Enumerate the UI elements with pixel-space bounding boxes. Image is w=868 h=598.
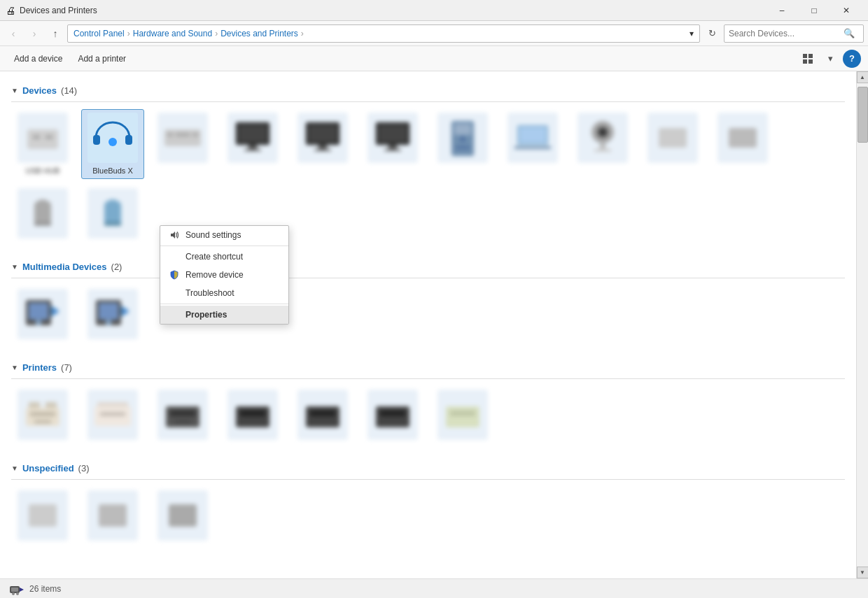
- context-menu-item-sound-settings[interactable]: Sound settings: [160, 226, 288, 244]
- sound-settings-label: Sound settings: [186, 230, 241, 240]
- list-item[interactable]: [81, 285, 144, 346]
- list-item[interactable]: [361, 109, 424, 179]
- printer-icon-7: [438, 390, 488, 440]
- svg-rect-69: [29, 504, 57, 527]
- add-device-button[interactable]: Add a device: [7, 51, 69, 66]
- add-printer-button[interactable]: Add a printer: [71, 51, 133, 66]
- svg-rect-36: [600, 143, 606, 149]
- svg-rect-37: [594, 149, 611, 152]
- svg-rect-43: [29, 303, 48, 320]
- printers-section-header[interactable]: ▼ Printers (7): [11, 362, 845, 373]
- multimedia-chevron: ▼: [11, 263, 18, 271]
- list-item[interactable]: [291, 109, 354, 179]
- content-area: ▼ Devices (14) USB HUB: [0, 71, 856, 578]
- unspecified-label: Unspecified: [22, 463, 74, 474]
- path-hardware-sound[interactable]: Hardware and Sound: [133, 29, 212, 38]
- list-item[interactable]: [81, 185, 144, 245]
- svg-point-76: [16, 592, 19, 595]
- svg-rect-5: [33, 135, 40, 139]
- devices-section-header[interactable]: ▼ Devices (14): [11, 85, 845, 96]
- unspecified-chevron: ▼: [11, 464, 18, 472]
- svg-rect-54: [34, 420, 51, 423]
- list-item[interactable]: [641, 109, 704, 179]
- list-item[interactable]: [361, 386, 424, 446]
- scroll-down-arrow[interactable]: ▼: [857, 567, 869, 578]
- svg-rect-68: [450, 411, 475, 416]
- properties-label: Properties: [186, 310, 227, 320]
- svg-rect-64: [310, 411, 335, 416]
- forward-button[interactable]: ›: [25, 24, 43, 43]
- speaker-icon: [169, 229, 180, 241]
- device-icon-d11: [18, 188, 68, 239]
- svg-rect-4: [27, 129, 58, 149]
- view-dropdown-button[interactable]: ▾: [820, 50, 840, 68]
- list-item[interactable]: [711, 109, 774, 179]
- path-control-panel[interactable]: Control Panel: [74, 29, 125, 38]
- context-menu-item-troubleshoot[interactable]: Troubleshoot: [160, 284, 288, 302]
- list-item[interactable]: [501, 109, 564, 179]
- list-item[interactable]: [151, 487, 214, 547]
- svg-rect-12: [176, 133, 190, 136]
- printer-icon-6: [368, 390, 418, 440]
- ctx-separator-2: [160, 304, 288, 304]
- scroll-up-arrow[interactable]: ▲: [857, 71, 869, 83]
- list-item[interactable]: [431, 109, 494, 179]
- address-bar: ‹ › ↑ Control Panel › Hardware and Sound…: [0, 21, 868, 46]
- scroll-thumb[interactable]: [858, 87, 868, 143]
- list-item[interactable]: [11, 285, 74, 346]
- search-input[interactable]: [729, 29, 841, 38]
- list-item[interactable]: BlueBuds X: [81, 109, 144, 179]
- list-item[interactable]: USB HUB: [11, 109, 74, 179]
- list-item[interactable]: [11, 487, 74, 547]
- scroll-track[interactable]: [857, 83, 869, 567]
- svg-rect-21: [314, 149, 331, 151]
- multimedia-grid: [11, 285, 845, 357]
- maximize-button[interactable]: □: [798, 0, 830, 21]
- list-item[interactable]: [151, 386, 214, 446]
- list-item[interactable]: [431, 386, 494, 446]
- multimedia-count: (2): [111, 262, 122, 272]
- context-menu: Sound settings Create shortcut Remov: [160, 225, 289, 325]
- svg-point-35: [598, 128, 607, 136]
- svg-rect-17: [244, 149, 261, 151]
- view-toggle-button[interactable]: [798, 50, 818, 68]
- up-button[interactable]: ↑: [46, 24, 64, 43]
- help-button[interactable]: ?: [843, 50, 861, 68]
- list-item[interactable]: [81, 487, 144, 547]
- svg-point-45: [36, 320, 41, 325]
- printer-icon-2: [88, 390, 138, 440]
- status-bar: 26 items: [0, 578, 868, 598]
- create-shortcut-label: Create shortcut: [186, 252, 243, 262]
- printers-count: (7): [61, 362, 72, 373]
- back-button[interactable]: ‹: [4, 24, 22, 43]
- multimedia-label: Multimedia Devices: [22, 262, 107, 272]
- printers-chevron: ▼: [11, 364, 18, 371]
- unspecified-section-header[interactable]: ▼ Unspecified (3): [11, 463, 845, 474]
- svg-rect-10: [164, 129, 201, 146]
- list-item[interactable]: [571, 109, 634, 179]
- list-item[interactable]: [11, 185, 74, 245]
- close-button[interactable]: ✕: [830, 0, 862, 21]
- svg-rect-29: [456, 146, 470, 149]
- svg-rect-63: [306, 406, 340, 427]
- list-item[interactable]: [81, 386, 144, 446]
- list-item[interactable]: [151, 109, 214, 179]
- list-item[interactable]: [221, 109, 284, 179]
- svg-marker-72: [171, 232, 175, 239]
- svg-point-9: [108, 138, 117, 146]
- svg-rect-53: [30, 412, 55, 416]
- list-item[interactable]: [291, 386, 354, 446]
- svg-rect-71: [169, 504, 197, 527]
- list-item[interactable]: [11, 386, 74, 446]
- refresh-button[interactable]: ↻: [703, 24, 721, 43]
- svg-rect-62: [240, 411, 265, 416]
- list-item[interactable]: [221, 386, 284, 446]
- scrollbar: ▲ ▼: [856, 71, 868, 578]
- address-dropdown[interactable]: ▾: [690, 29, 694, 38]
- context-menu-item-create-shortcut[interactable]: Create shortcut: [160, 248, 288, 266]
- context-menu-item-properties[interactable]: Properties: [160, 306, 288, 324]
- context-menu-item-remove-device[interactable]: Remove device: [160, 266, 288, 284]
- minimize-button[interactable]: –: [766, 0, 798, 21]
- path-devices-printers[interactable]: Devices and Printers: [220, 29, 298, 38]
- multimedia-section-header[interactable]: ▼ Multimedia Devices (2): [11, 262, 845, 272]
